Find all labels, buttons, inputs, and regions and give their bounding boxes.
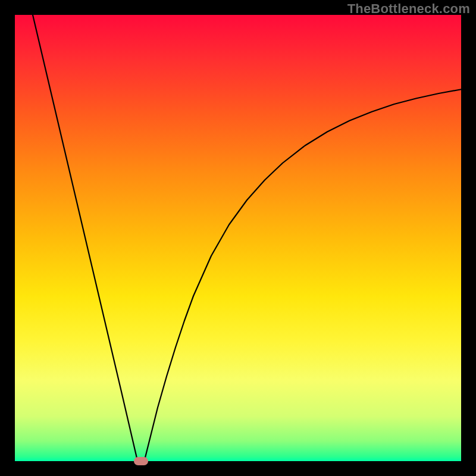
chart-container: TheBottleneck.com [0, 0, 476, 476]
chart-svg [0, 0, 476, 476]
plot-background [15, 15, 461, 461]
